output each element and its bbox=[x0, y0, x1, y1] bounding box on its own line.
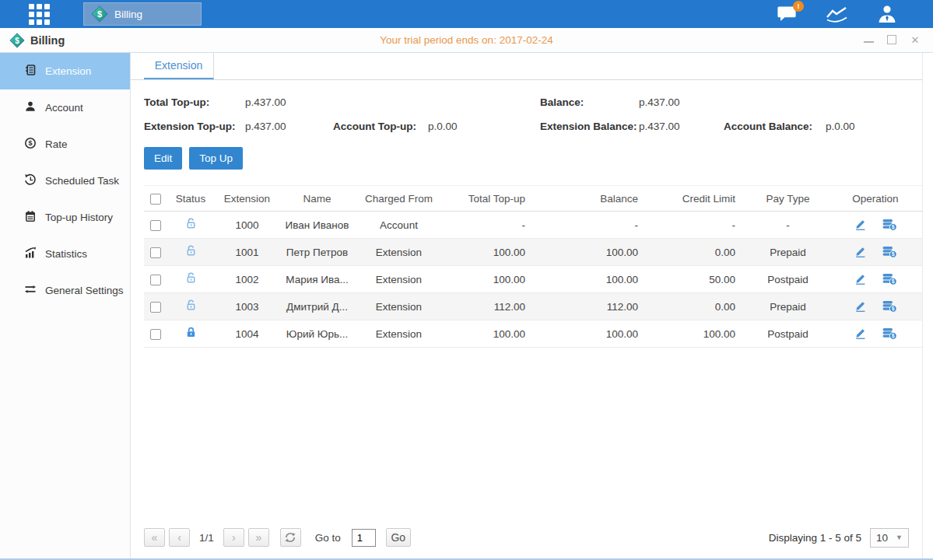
cell-name: Юрий Юрь... bbox=[280, 320, 354, 348]
status-lock-icon bbox=[184, 330, 198, 341]
sidebar-item-label: Extension bbox=[45, 65, 91, 77]
svg-text:$: $ bbox=[891, 251, 894, 257]
notifications-chat-icon[interactable]: ! bbox=[777, 5, 798, 23]
sidebar-item-label: Account bbox=[45, 102, 83, 114]
select-all-checkbox[interactable] bbox=[150, 194, 161, 205]
col-balance: Balance bbox=[537, 186, 650, 212]
prev-page-button[interactable]: ‹ bbox=[169, 528, 190, 547]
cell-name: Иван Иванов bbox=[280, 212, 354, 239]
edit-pencil-icon[interactable] bbox=[854, 246, 867, 258]
close-button[interactable]: ✕ bbox=[910, 35, 921, 46]
cell-credit-limit: 50.00 bbox=[650, 266, 747, 293]
account-balance-label: Account Balance: bbox=[724, 114, 826, 138]
row-checkbox[interactable] bbox=[150, 329, 161, 340]
balance-label: Balance: bbox=[540, 90, 639, 114]
sidebar-item-label: General Settings bbox=[45, 285, 124, 296]
goto-page-input[interactable] bbox=[352, 529, 376, 547]
cell-total-topup: 112.00 bbox=[444, 293, 537, 320]
row-checkbox[interactable] bbox=[150, 220, 161, 231]
top-up-coins-icon[interactable]: $ bbox=[882, 219, 897, 231]
edit-pencil-icon[interactable] bbox=[854, 327, 867, 340]
pagination-bar: « ‹ 1/1 › » Go to Go Displayi bbox=[131, 523, 922, 558]
dollar-circle-icon: $ bbox=[24, 137, 37, 152]
table-row: 1001 Петр Петров Extension 100.00 100.00… bbox=[144, 239, 922, 266]
edit-pencil-icon[interactable] bbox=[854, 300, 867, 313]
sidebar-item-topup-history[interactable]: Top-up History bbox=[0, 199, 130, 236]
sidebar-item-label: Rate bbox=[45, 138, 68, 150]
cell-total-topup: 100.00 bbox=[444, 239, 537, 266]
sidebar-item-label: Statistics bbox=[45, 248, 87, 260]
sidebar-item-general-settings[interactable]: General Settings bbox=[0, 272, 130, 309]
status-lock-icon bbox=[184, 275, 198, 287]
window-titlebar: $ Billing Your trial period ends on: 201… bbox=[0, 28, 933, 53]
go-button[interactable]: Go bbox=[386, 528, 411, 547]
minimize-button[interactable] bbox=[864, 35, 874, 43]
cell-credit-limit: 0.00 bbox=[650, 239, 747, 266]
cell-name: Дмитрий Д... bbox=[280, 293, 354, 320]
svg-text:$: $ bbox=[28, 139, 32, 147]
taskbar-tab-billing[interactable]: $ Billing bbox=[83, 2, 202, 26]
sidebar-item-label: Top-up History bbox=[45, 212, 113, 223]
top-up-coins-icon[interactable]: $ bbox=[882, 273, 897, 285]
user-account-icon[interactable] bbox=[877, 5, 897, 23]
extension-balance-label: Extension Balance: bbox=[540, 114, 639, 138]
app-launcher-icon[interactable] bbox=[29, 4, 50, 25]
top-up-coins-icon[interactable]: $ bbox=[882, 246, 897, 258]
row-checkbox[interactable] bbox=[150, 247, 161, 258]
first-page-button[interactable]: « bbox=[144, 528, 165, 547]
page-size-select[interactable]: 10 ▼ bbox=[870, 528, 909, 548]
maximize-button[interactable] bbox=[887, 35, 896, 44]
sidebar-item-extension[interactable]: Extension bbox=[0, 53, 130, 89]
edit-button[interactable]: Edit bbox=[144, 147, 182, 170]
tab-extension[interactable]: Extension bbox=[144, 53, 214, 79]
cell-credit-limit: - bbox=[650, 212, 747, 239]
col-total-topup: Total Top-up bbox=[444, 186, 537, 212]
extension-table-body: 1000 Иван Иванов Account - - - - bbox=[144, 212, 922, 348]
account-topup-label: Account Top-up: bbox=[333, 114, 428, 138]
sidebar-item-statistics[interactable]: Statistics bbox=[0, 236, 130, 272]
col-name: Name bbox=[280, 186, 354, 212]
cell-charged-from: Extension bbox=[354, 239, 444, 266]
window-title: Billing bbox=[30, 34, 65, 47]
main-content: Extension Total Top-up: p.437.00 Balance… bbox=[131, 53, 923, 558]
next-page-button[interactable]: › bbox=[223, 528, 244, 547]
notepad-icon bbox=[24, 210, 37, 225]
cell-charged-from: Account bbox=[354, 212, 444, 239]
table-row: 1000 Иван Иванов Account - - - - bbox=[144, 212, 922, 239]
last-page-button[interactable]: » bbox=[248, 528, 269, 547]
col-extension: Extension bbox=[214, 186, 280, 212]
cell-balance: - bbox=[537, 212, 650, 239]
sidebar-item-account[interactable]: Account bbox=[0, 89, 130, 126]
goto-label: Go to bbox=[315, 532, 341, 544]
billing-window-icon: $ bbox=[9, 33, 25, 48]
cell-charged-from: Extension bbox=[354, 320, 444, 348]
status-lock-icon bbox=[184, 248, 198, 260]
edit-pencil-icon[interactable] bbox=[854, 219, 867, 231]
refresh-button[interactable] bbox=[280, 528, 301, 547]
col-operation: Operation bbox=[829, 186, 922, 212]
statistics-chart-icon bbox=[24, 247, 37, 261]
top-up-coins-icon[interactable]: $ bbox=[882, 300, 897, 313]
sidebar-item-rate[interactable]: $ Rate bbox=[0, 126, 130, 163]
col-credit-limit: Credit Limit bbox=[650, 186, 747, 212]
resource-monitor-icon[interactable] bbox=[826, 5, 849, 23]
table-row: 1002 Мария Ива... Extension 100.00 100.0… bbox=[144, 266, 922, 293]
extension-topup-label: Extension Top-up: bbox=[144, 114, 245, 138]
table-row: 1003 Дмитрий Д... Extension 112.00 112.0… bbox=[144, 293, 922, 320]
cell-name: Петр Петров bbox=[280, 239, 354, 266]
svg-text:$: $ bbox=[891, 278, 894, 285]
sidebar-item-scheduled-task[interactable]: Scheduled Task bbox=[0, 163, 130, 199]
topbar: $ Billing ! bbox=[0, 0, 933, 28]
row-checkbox[interactable] bbox=[150, 302, 161, 313]
cell-total-topup: 100.00 bbox=[444, 266, 537, 293]
edit-pencil-icon[interactable] bbox=[854, 273, 867, 285]
top-up-button[interactable]: Top Up bbox=[189, 147, 243, 170]
cell-credit-limit: 0.00 bbox=[650, 293, 747, 320]
cell-pay-type: Postpaid bbox=[747, 320, 829, 348]
row-checkbox[interactable] bbox=[150, 275, 161, 285]
top-up-coins-icon[interactable]: $ bbox=[882, 327, 897, 340]
cell-balance: 100.00 bbox=[537, 239, 650, 266]
extension-topup-value: p.437.00 bbox=[245, 114, 333, 138]
cell-pay-type: Postpaid bbox=[747, 266, 829, 293]
col-charged-from: Charged From bbox=[354, 186, 444, 212]
